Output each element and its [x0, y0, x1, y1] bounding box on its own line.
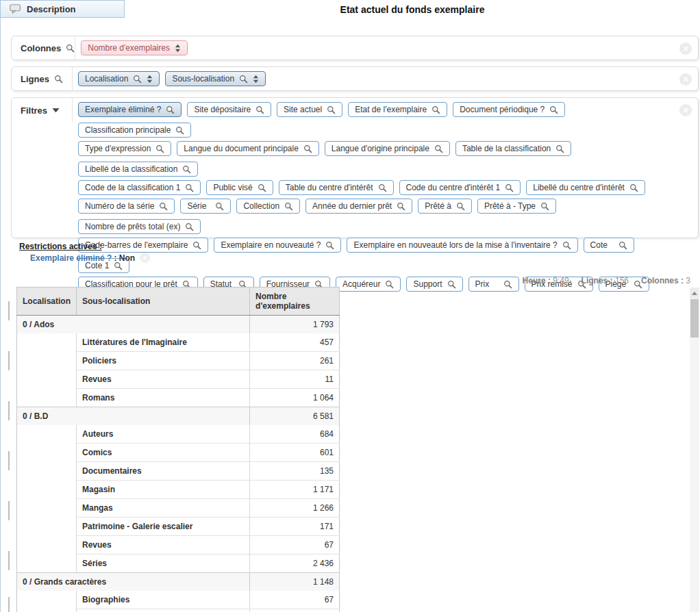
- filter-chip[interactable]: Classification principale: [78, 123, 191, 138]
- result-stats: Heure : 9:49 Lignes : 156 Colonnes : 3: [523, 276, 690, 285]
- row-value: 6 581: [250, 407, 340, 426]
- filter-chip[interactable]: Acquéreur: [336, 277, 401, 292]
- row-label: Séries: [77, 554, 250, 573]
- sort-icon: [147, 75, 153, 84]
- tab-description[interactable]: Description: [0, 0, 125, 18]
- search-icon[interactable]: [54, 75, 63, 84]
- filter-chip-label: Nombre de prêts total (ex): [85, 222, 180, 231]
- filter-chip[interactable]: Cote: [584, 238, 634, 253]
- vertical-scrollbar[interactable]: [690, 288, 699, 612]
- row-chip-localisation[interactable]: Localisation: [78, 71, 160, 86]
- magnifier-icon: [166, 105, 175, 114]
- close-icon[interactable]: ✕: [679, 42, 692, 55]
- colonnes-label-text: Colonnes: [21, 43, 61, 53]
- magnifier-icon: [447, 280, 456, 289]
- filter-chip-label: Acquéreur: [342, 279, 380, 289]
- pivot-table: Localisation Sous-localisation Nombre d'…: [16, 287, 340, 612]
- magnifier-icon: [255, 105, 264, 114]
- filter-chip[interactable]: Site actuel: [277, 102, 342, 117]
- filter-chip-label: Prêté à - Type: [484, 201, 536, 211]
- stat-heure: Heure : 9:49: [523, 276, 569, 285]
- table-row: 0 / Ados1 793: [17, 316, 340, 334]
- filter-chip[interactable]: Libellé de la classification: [78, 162, 198, 177]
- filter-chip[interactable]: Année du dernier prêt: [305, 199, 412, 214]
- filter-chip-label: Prix: [475, 279, 490, 289]
- magnifier-icon: [549, 105, 558, 114]
- table-row: Mangas1 266: [17, 499, 340, 518]
- filter-chip[interactable]: Support: [406, 277, 462, 292]
- filter-chip[interactable]: Public visé: [206, 180, 273, 195]
- chevron-down-icon[interactable]: [52, 107, 60, 113]
- lignes-zone: Lignes Localisation Sous-localisation ✕: [11, 66, 699, 91]
- filter-chip[interactable]: Prix: [468, 277, 519, 292]
- filter-chip[interactable]: Numéro de la série: [78, 199, 175, 214]
- table-row: Comics601: [17, 444, 340, 462]
- filter-chip[interactable]: Prêté à - Type: [477, 199, 556, 214]
- filter-chip[interactable]: Exemplaire en nouveauté lors de la mise …: [347, 238, 577, 253]
- filter-chip[interactable]: Collection: [236, 199, 300, 214]
- filter-chip[interactable]: Nombre de prêts total (ex): [78, 219, 201, 234]
- filter-chip[interactable]: Langue d'origine principale: [325, 141, 450, 156]
- row-label: Patrimoine - Galerie escalier: [77, 518, 250, 536]
- magnifier-icon: [456, 202, 465, 211]
- filter-chip[interactable]: Table de la classification: [455, 141, 571, 156]
- panel-left-border: [0, 18, 1, 612]
- magnifier-icon: [185, 183, 194, 192]
- speech-bubble-icon: [10, 4, 21, 14]
- row-label: Romans: [77, 389, 250, 407]
- magnifier-icon: [159, 202, 168, 211]
- filter-chip[interactable]: Type d'expression: [78, 141, 171, 156]
- filter-chip-label: Libellé du centre d'intérêt: [533, 183, 625, 192]
- row-chip-sous-localisation[interactable]: Sous-localisation: [165, 71, 266, 86]
- filter-chip[interactable]: Code de la classification 1: [78, 180, 201, 195]
- group-label: 0 / Ados: [17, 316, 250, 334]
- chip-label: Localisation: [85, 74, 128, 84]
- table-row: Policiers261: [17, 352, 340, 370]
- filter-chip[interactable]: Document périodique ?: [453, 102, 565, 117]
- table-row: Biographies67: [17, 591, 340, 609]
- filter-chip[interactable]: Site dépositaire: [187, 102, 271, 117]
- filter-chip[interactable]: Prêté à: [418, 199, 472, 214]
- row-label: Revues: [77, 536, 250, 554]
- restrictions-title: Restrictions actives :: [19, 242, 102, 251]
- magnifier-icon: [303, 144, 312, 153]
- filtres-label-text: Filtres: [21, 105, 47, 116]
- close-icon[interactable]: ✕: [679, 104, 692, 116]
- filter-chip[interactable]: Libellé du centre d'intérêt: [526, 180, 645, 195]
- table-row: Documentaires135: [17, 462, 340, 481]
- column-chip-nombre-exemplaires[interactable]: Nombre d'exemplaires: [81, 40, 188, 55]
- row-value: 171: [250, 518, 340, 536]
- magnifier-icon: [385, 280, 394, 289]
- row-value: 601: [250, 444, 340, 462]
- scrollbar-thumb[interactable]: [690, 299, 699, 337]
- filter-chip[interactable]: Code du centre d'intérêt 1: [399, 180, 521, 195]
- row-value: 1 064: [250, 389, 340, 407]
- scroll-up-button[interactable]: [690, 288, 699, 298]
- filter-chip[interactable]: Etat de l'exemplaire: [348, 102, 447, 117]
- colonnes-zone: Colonnes Nombre d'exemplaires ✕: [11, 36, 699, 60]
- search-icon[interactable]: [66, 44, 75, 53]
- close-icon[interactable]: ✕: [679, 73, 692, 86]
- sort-icon: [253, 75, 259, 84]
- filter-chip[interactable]: Exemplaire éliminé ?: [78, 102, 182, 117]
- row-label: Littératures de l'Imaginaire: [77, 333, 250, 352]
- filter-chip[interactable]: Langue du document principale: [177, 141, 318, 156]
- filter-chip[interactable]: Série: [180, 199, 231, 214]
- lignes-zone-label: Lignes: [12, 67, 73, 90]
- row-value: 1 171: [250, 481, 340, 499]
- filter-chip[interactable]: Exemplaire en nouveauté ?: [214, 238, 341, 253]
- magnifier-icon: [629, 183, 638, 192]
- table-row: Patrimoine - Galerie escalier171: [17, 518, 340, 536]
- row-value: 261: [250, 352, 340, 370]
- row-label: Documentaires: [77, 609, 250, 612]
- magnifier-icon: [562, 241, 571, 250]
- close-icon[interactable]: ✕: [140, 253, 150, 263]
- chip-label: Nombre d'exemplaires: [88, 43, 170, 53]
- row-label: Auteurs: [77, 425, 250, 444]
- row-label: Policiers: [77, 352, 250, 370]
- magnifier-icon: [258, 183, 266, 192]
- filter-chip[interactable]: Table du centre d'intérêt: [279, 180, 394, 195]
- row-value: 14: [250, 609, 340, 612]
- chip-label: Sous-localisation: [172, 74, 234, 84]
- row-group-mark: [8, 401, 10, 420]
